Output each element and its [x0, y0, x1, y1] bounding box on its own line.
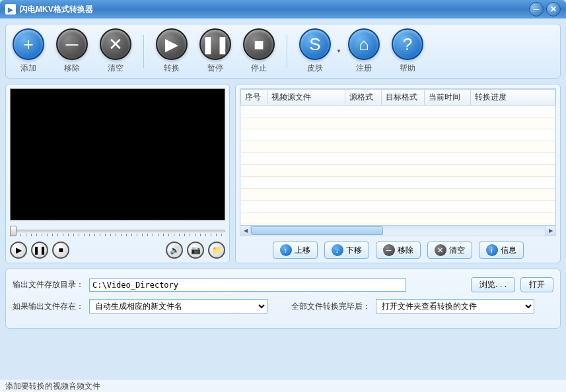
col-dstfmt[interactable]: 目标格式	[382, 90, 425, 106]
col-progress[interactable]: 转换进度	[471, 90, 555, 106]
home-icon: ⌂	[348, 28, 380, 60]
pause-button[interactable]: ❚❚暂停	[199, 28, 231, 74]
window-title: 闪电MKV格式转换器	[20, 4, 529, 15]
x-icon: ✕	[435, 244, 446, 256]
titlebar: ▶ 闪电MKV格式转换器 ─ ✕	[0, 0, 566, 18]
minimize-button[interactable]: ─	[529, 2, 544, 16]
stop-button[interactable]: ■停止	[243, 28, 275, 74]
move-up-button[interactable]: ↑上移	[273, 242, 318, 259]
col-srcfmt[interactable]: 源格式	[345, 90, 382, 106]
help-button[interactable]: ?帮助	[392, 28, 423, 74]
snapshot-button[interactable]: 📷	[187, 242, 204, 259]
skin-button[interactable]: S皮肤	[299, 28, 331, 74]
minus-icon: ─	[383, 244, 395, 256]
separator	[143, 35, 144, 68]
volume-button[interactable]: 🔊	[166, 242, 183, 259]
browse-button[interactable]: 浏览. . .	[471, 277, 515, 292]
preview-pause-button[interactable]: ❚❚	[31, 242, 48, 259]
minus-icon: ─	[56, 28, 88, 60]
stop-icon: ■	[243, 28, 275, 60]
convert-button[interactable]: ▶转换	[156, 28, 188, 74]
status-bar: 添加要转换的视频音频文件	[0, 379, 566, 392]
h-scrollbar[interactable]: ◀ ▶	[240, 226, 556, 236]
list-remove-button[interactable]: ─移除	[376, 242, 421, 259]
col-time[interactable]: 当前时间	[425, 90, 471, 106]
output-settings-panel: 输出文件存放目录： 浏览. . . 打开 如果输出文件存在： 自动生成相应的新文…	[5, 269, 561, 329]
after-label: 全部文件转换完毕后：	[291, 301, 371, 312]
register-button[interactable]: ⌂注册	[348, 28, 380, 74]
preview-play-button[interactable]: ▶	[10, 242, 27, 259]
remove-button[interactable]: ─移除	[56, 28, 88, 74]
info-icon: i	[486, 244, 498, 256]
outdir-label: 输出文件存放目录：	[13, 279, 84, 290]
info-button[interactable]: i信息	[479, 242, 524, 259]
after-select[interactable]: 打开文件夹查看转换的文件	[376, 299, 534, 313]
file-table-body[interactable]	[241, 106, 555, 224]
seek-slider[interactable]	[10, 226, 225, 236]
skin-dropdown-arrow[interactable]: ▼	[336, 48, 341, 54]
file-list-panel: 序号 视频源文件 源格式 目标格式 当前时间 转换进度	[235, 84, 561, 263]
exists-label: 如果输出文件存在：	[13, 301, 84, 312]
col-seq[interactable]: 序号	[241, 90, 267, 106]
open-button[interactable]: 打开	[520, 277, 553, 292]
skin-icon: S	[299, 28, 331, 60]
close-button[interactable]: ✕	[546, 2, 561, 16]
preview-panel: ▶ ❚❚ ■ 🔊 📷 📁	[5, 84, 230, 263]
exists-select[interactable]: 自动生成相应的新文件名	[89, 299, 267, 313]
pause-icon: ❚❚	[199, 28, 231, 60]
arrow-up-icon: ↑	[280, 244, 292, 256]
video-preview	[10, 88, 225, 220]
outdir-input[interactable]	[89, 278, 406, 292]
move-down-button[interactable]: ↓下移	[324, 242, 369, 259]
x-icon: ✕	[100, 28, 131, 60]
play-icon: ▶	[156, 28, 188, 60]
question-icon: ?	[392, 28, 423, 60]
folder-button[interactable]: 📁	[208, 242, 225, 259]
col-source[interactable]: 视频源文件	[267, 90, 345, 106]
file-table: 序号 视频源文件 源格式 目标格式 当前时间 转换进度	[240, 89, 555, 224]
arrow-down-icon: ↓	[332, 244, 343, 256]
main-toolbar: +添加 ─移除 ✕清空 ▶转换 ❚❚暂停 ■停止 S皮肤 ▼ ⌂注册 ?帮助	[5, 24, 561, 79]
add-button[interactable]: +添加	[13, 28, 44, 74]
plus-icon: +	[13, 28, 44, 60]
preview-stop-button[interactable]: ■	[52, 242, 69, 259]
separator	[287, 35, 287, 68]
clear-button[interactable]: ✕清空	[100, 28, 131, 74]
list-clear-button[interactable]: ✕清空	[427, 242, 472, 259]
app-icon: ▶	[5, 4, 16, 15]
